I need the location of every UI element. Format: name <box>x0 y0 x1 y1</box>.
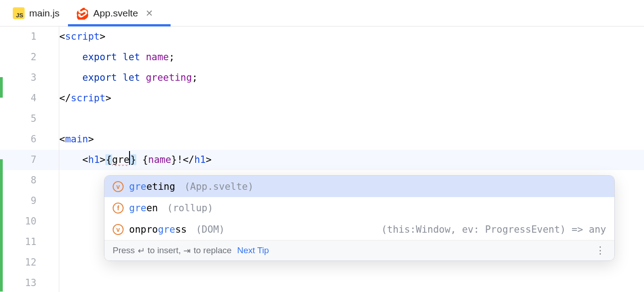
typed-text: gre <box>112 154 130 167</box>
line-number[interactable]: 5 <box>0 109 36 129</box>
tab-label: main.js <box>29 8 60 19</box>
suggestion-source: (DOM) <box>196 224 224 235</box>
code-line[interactable]: <main> <box>59 129 644 150</box>
brace-match-close: } <box>130 154 137 165</box>
svelte-icon <box>76 7 89 20</box>
line-number[interactable]: 7 <box>0 150 36 170</box>
tab-app-svelte[interactable]: App.svelte ✕ <box>68 0 161 26</box>
line-number[interactable]: 3 <box>0 68 36 88</box>
autocomplete-footer: Press ↵ to insert, ⇥ to replace Next Tip… <box>104 240 614 261</box>
code-line-active[interactable]: <h1>{gre} {name}!</h1> <box>59 150 644 170</box>
line-number[interactable]: 9 <box>0 191 36 211</box>
line-number[interactable]: 12 <box>0 252 36 273</box>
autocomplete-popup: v greeting (App.svelte) f green (rollup)… <box>104 175 615 261</box>
autocomplete-item[interactable]: v greeting (App.svelte) <box>104 176 614 197</box>
variable-icon: v <box>113 181 124 192</box>
line-number[interactable]: 13 <box>0 273 36 292</box>
suggestion-source: (App.svelte) <box>184 181 254 192</box>
suggestion-name: greeting <box>129 181 175 192</box>
line-number[interactable]: 10 <box>0 211 36 232</box>
js-icon: JS <box>13 7 25 19</box>
tab-label: App.svelte <box>93 8 138 19</box>
code-line[interactable] <box>59 273 644 292</box>
line-number[interactable]: 1 <box>0 26 36 47</box>
suggestion-type: (this:Window, ev: ProgressEvent) => any <box>381 224 606 235</box>
footer-text: to insert, <box>148 245 181 256</box>
suggestion-name: green <box>129 203 158 214</box>
more-icon[interactable]: ⋮ <box>595 245 606 256</box>
function-icon: f <box>113 203 124 214</box>
variable-icon: v <box>113 224 124 235</box>
autocomplete-item[interactable]: v onprogress (DOM) (this:Window, ev: Pro… <box>104 219 614 240</box>
suggestion-source: (rollup) <box>167 203 213 214</box>
line-number[interactable]: 4 <box>0 88 36 109</box>
next-tip-link[interactable]: Next Tip <box>237 245 269 256</box>
code-line[interactable] <box>59 109 644 129</box>
close-icon[interactable]: ✕ <box>145 8 153 19</box>
code-line[interactable]: <script> <box>59 26 644 47</box>
autocomplete-item[interactable]: f green (rollup) <box>104 197 614 219</box>
line-number[interactable]: 11 <box>0 232 36 252</box>
footer-text: Press <box>113 245 135 256</box>
brace-match-open: { <box>105 154 112 165</box>
tab-key-icon: ⇥ <box>183 245 191 256</box>
gutter: 1 2 3 4 5 6 7 8 9 10 11 12 13 <box>0 26 59 292</box>
footer-text: to replace <box>193 245 231 256</box>
line-number[interactable]: 8 <box>0 170 36 191</box>
code-line[interactable]: export let name; <box>59 47 644 68</box>
code-line[interactable]: </script> <box>59 88 644 109</box>
tab-main-js[interactable]: JS main.js <box>5 0 68 26</box>
line-number[interactable]: 6 <box>0 129 36 150</box>
tab-bar: JS main.js App.svelte ✕ <box>0 0 644 26</box>
enter-key-icon: ↵ <box>138 245 145 256</box>
line-number[interactable]: 2 <box>0 47 36 68</box>
suggestion-name: onprogress <box>129 224 187 235</box>
code-line[interactable]: export let greeting; <box>59 68 644 88</box>
